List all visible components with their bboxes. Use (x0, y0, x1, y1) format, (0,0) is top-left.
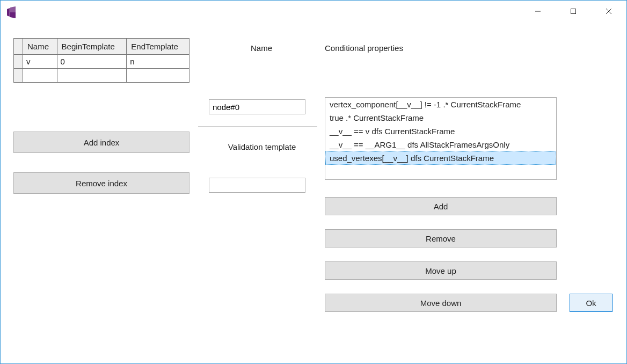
move-up-button[interactable]: Move up (325, 261, 557, 280)
validation-label: Validation template (211, 142, 313, 151)
ok-button[interactable]: Ok (570, 294, 613, 312)
body: Name BeginTemplate EndTemplate v 0 n (1, 22, 626, 43)
add-button[interactable]: Add (325, 197, 557, 215)
svg-rect-1 (571, 9, 576, 14)
conditional-list[interactable]: vertex_component[__v__] != -1 .* Current… (325, 97, 557, 180)
cell-end[interactable]: n (127, 55, 189, 69)
cell-begin[interactable] (57, 69, 127, 83)
th-name[interactable]: Name (23, 39, 57, 55)
app-icon (5, 6, 18, 19)
validation-input[interactable] (209, 178, 305, 193)
maximize-button[interactable] (556, 1, 591, 22)
cell-begin[interactable]: 0 (57, 55, 127, 69)
remove-button[interactable]: Remove (325, 229, 557, 247)
cell-end[interactable] (127, 69, 189, 83)
minimize-button[interactable] (520, 1, 556, 22)
conditional-item[interactable]: vertex_component[__v__] != -1 .* Current… (325, 98, 556, 111)
cell-name[interactable]: v (23, 55, 57, 69)
conditional-item[interactable]: __v__ == v dfs CurrentStackFrame (325, 125, 556, 138)
close-button[interactable] (591, 1, 626, 22)
table-row-header-blank (14, 39, 23, 55)
table-row[interactable]: v 0 n (14, 55, 189, 69)
th-end[interactable]: EndTemplate (127, 39, 189, 55)
conditional-label: Conditional properties (325, 43, 403, 53)
th-begin[interactable]: BeginTemplate (57, 39, 127, 55)
index-table[interactable]: Name BeginTemplate EndTemplate v 0 n (13, 38, 189, 83)
titlebar (1, 1, 626, 22)
move-down-button[interactable]: Move down (325, 294, 557, 312)
conditional-item[interactable]: __v__ == __ARG1__ dfs AllStackFramesArgs… (325, 138, 556, 151)
row-header (14, 55, 23, 69)
name-input[interactable] (209, 99, 305, 114)
row-header (14, 69, 23, 83)
remove-index-button[interactable]: Remove index (13, 172, 189, 194)
cell-name[interactable] (23, 69, 57, 83)
window: Name BeginTemplate EndTemplate v 0 n (0, 0, 627, 364)
name-label: Name (215, 43, 308, 53)
conditional-item[interactable]: true .* CurrentStackFrame (325, 111, 556, 125)
table-row[interactable] (14, 69, 189, 83)
window-controls (520, 1, 626, 22)
divider (198, 126, 317, 127)
conditional-item[interactable]: used_vertexes[__v__] dfs CurrentStackFra… (325, 151, 556, 165)
add-index-button[interactable]: Add index (13, 132, 189, 153)
